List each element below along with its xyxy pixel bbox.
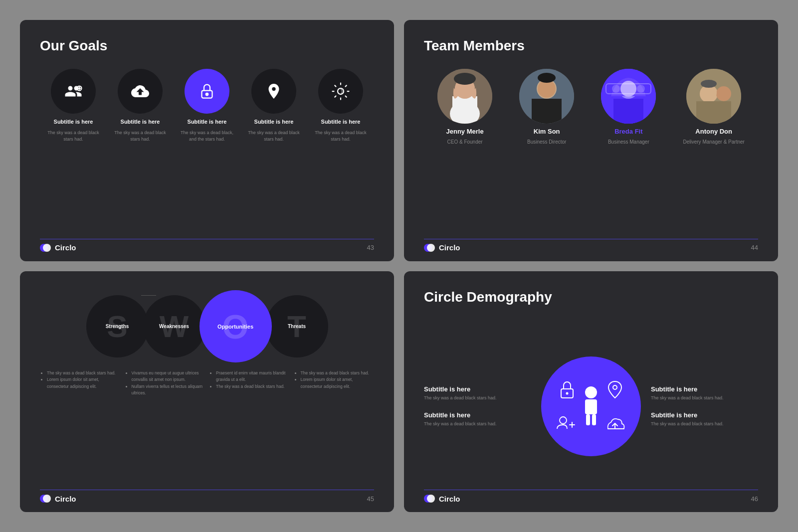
member2-name: Kim Son xyxy=(534,128,560,135)
slide4-title: Circle Demography xyxy=(424,289,758,305)
demo-right-subtitle-1: Subtitle is here xyxy=(651,385,758,393)
demography-svg xyxy=(541,356,641,456)
demo-right-text-1: The sky was a dead black stars had. xyxy=(651,395,758,402)
goal-circle-4 xyxy=(251,69,296,114)
member3-role: Business Manager xyxy=(608,139,649,145)
swot-label-o: Opportunities xyxy=(217,324,253,330)
svg-point-33 xyxy=(637,85,645,93)
svg-point-51 xyxy=(585,386,597,398)
svg-point-32 xyxy=(612,85,620,93)
brand-icon-4 xyxy=(424,493,435,504)
slide2-page: 44 xyxy=(751,244,758,251)
goal1-subtitle: Subtitle is here xyxy=(54,119,93,125)
swot-item-3-2: The sky was a dead black stars had. xyxy=(216,383,290,390)
swot-col-2: Vivamus eu neque ut augue ultrices conva… xyxy=(125,370,205,474)
slide2-footer-line xyxy=(424,239,758,239)
swot-col-3: Praesent id enim vitae mauris blandit gr… xyxy=(209,370,290,474)
svg-point-15 xyxy=(43,244,51,252)
demo-left-item-2: Subtitle is here The sky was a dead blac… xyxy=(424,411,531,428)
svg-point-43 xyxy=(43,495,51,503)
swot-label-w: Weaknesses xyxy=(159,324,189,329)
demo-person-add-icon xyxy=(557,417,575,429)
slide-swot: S Strengths W Weaknesses O Opportunities… xyxy=(20,271,394,513)
svg-line-7 xyxy=(335,85,336,86)
swot-list-3: Praesent id enim vitae mauris blandit gr… xyxy=(209,370,290,390)
kim-avatar-svg xyxy=(519,69,574,124)
svg-rect-54 xyxy=(592,414,596,425)
antony-avatar-svg xyxy=(686,69,741,124)
goal-item-1: Subtitle is here The sky was a dead blac… xyxy=(43,69,104,142)
demo-center-circle xyxy=(541,356,641,456)
goal-item-3: Subtitle is here The sky was a dead blac… xyxy=(177,69,237,142)
slide4-brand-name: Circlo xyxy=(439,495,460,503)
brand-icon-1 xyxy=(40,242,51,253)
goal5-text: The sky was a dead black stars had. xyxy=(311,130,371,142)
member4-name: Antony Don xyxy=(695,128,732,135)
swot-label-s: Strengths xyxy=(106,324,129,329)
demo-left-item-1: Subtitle is here The sky was a dead blac… xyxy=(424,385,531,402)
swot-label-t: Threats xyxy=(288,324,306,329)
breda-avatar-svg xyxy=(601,69,656,124)
slide3-brand-name: Circlo xyxy=(55,495,76,503)
brand-icon-3 xyxy=(40,493,51,504)
swot-s: S Strengths xyxy=(86,295,149,357)
swot-circle-w: W Weaknesses xyxy=(143,295,205,357)
slide4-footer: Circlo 46 xyxy=(404,493,778,504)
demo-right-item-2: Subtitle is here The sky was a dead blac… xyxy=(651,411,758,428)
slide1-title: Our Goals xyxy=(40,38,374,54)
slide4-page: 46 xyxy=(751,495,758,503)
goal2-subtitle: Subtitle is here xyxy=(121,119,160,125)
goal3-text: The sky was a dead black, and the stars … xyxy=(177,130,237,142)
team-members-container: Jenny Merle CEO & Founder Kim Son Busine… xyxy=(424,69,758,145)
demo-lock-icon xyxy=(561,382,573,398)
demo-left-subtitle-2: Subtitle is here xyxy=(424,411,531,419)
swot-w: W Weaknesses xyxy=(143,295,205,357)
avatar-jenny xyxy=(437,69,492,124)
goal-circle-5 xyxy=(318,69,363,114)
svg-line-11 xyxy=(335,96,336,97)
brand-icon-2 xyxy=(424,242,435,253)
swot-content: The sky was a dead black stars had. Lore… xyxy=(40,370,374,499)
goal-item-2: Subtitle is here The sky was a dead blac… xyxy=(110,69,171,142)
slide-team-members: Team Members Jenny Merle CEO & Founder xyxy=(404,20,778,261)
goal5-subtitle: Subtitle is here xyxy=(321,119,361,125)
svg-point-39 xyxy=(701,80,717,88)
svg-point-56 xyxy=(427,495,435,503)
swot-t: T Threats xyxy=(266,295,328,357)
slide1-brand-name: Circlo xyxy=(55,243,76,252)
swot-list-2: Vivamus eu neque ut augue ultrices conva… xyxy=(125,370,205,397)
swot-item-4-2: Lorem ipsum dolor sit amet, consectetur … xyxy=(301,376,375,390)
svg-point-30 xyxy=(620,81,636,97)
goal-item-5: Subtitle is here The sky was a dead blac… xyxy=(311,69,371,142)
slide3-page: 45 xyxy=(367,495,374,503)
demo-right-item-1: Subtitle is here The sky was a dead blac… xyxy=(651,385,758,402)
demo-right-subtitle-2: Subtitle is here xyxy=(651,411,758,419)
sun-icon xyxy=(332,82,350,100)
member4-role: Delivery Manager & Partner xyxy=(683,139,744,145)
goal3-subtitle: Subtitle is here xyxy=(188,119,227,125)
demo-left-text-1: The sky was a dead black stars had. xyxy=(424,395,531,402)
person-add-icon xyxy=(64,82,82,100)
lock-icon xyxy=(198,82,216,100)
slide1-page: 43 xyxy=(367,244,374,251)
goal2-text: The sky was a dead black stars had. xyxy=(110,130,171,142)
svg-point-46 xyxy=(613,385,617,389)
svg-rect-37 xyxy=(696,101,731,124)
swot-list-1: The sky was a dead black stars had. Lore… xyxy=(40,370,121,390)
goals-circles: Subtitle is here The sky was a dead blac… xyxy=(40,69,374,142)
goal-circle-1 xyxy=(51,69,96,114)
slide1-brand: Circlo xyxy=(40,242,76,253)
svg-rect-29 xyxy=(613,99,643,124)
goal1-text: The sky was a dead black stars had. xyxy=(43,130,104,142)
swot-o: O Opportunities xyxy=(200,290,272,362)
svg-rect-53 xyxy=(586,414,590,425)
goal4-subtitle: Subtitle is here xyxy=(254,119,294,125)
svg-point-21 xyxy=(454,73,476,85)
team-member-1: Jenny Merle CEO & Founder xyxy=(437,69,492,145)
svg-point-41 xyxy=(427,244,435,252)
jenny-avatar-svg xyxy=(437,69,492,124)
demo-left-subtitle-1: Subtitle is here xyxy=(424,385,531,393)
swot-item-2-2: Nullam viverra tellus et lectus aliquam … xyxy=(132,383,205,397)
swot-item-1-2: Lorem ipsum dolor sit amet, consectetur … xyxy=(47,376,121,390)
slide-demography: Circle Demography Subtitle is here The s… xyxy=(404,271,778,513)
